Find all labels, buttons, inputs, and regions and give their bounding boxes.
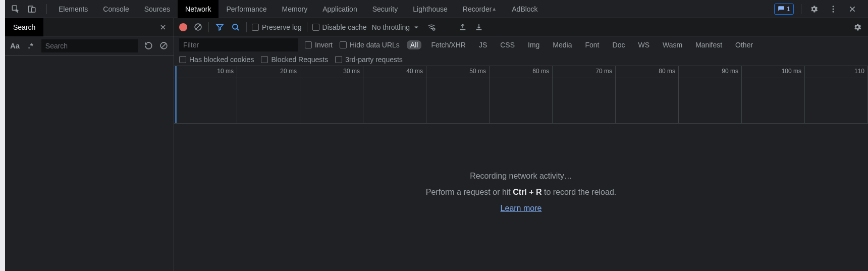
- timeline-tick: 10 ms: [174, 66, 237, 124]
- settings-gear-icon[interactable]: [808, 4, 820, 15]
- empty-line-2a: Perform a request or hit: [426, 188, 513, 196]
- search-bar: Aa .*: [5, 36, 174, 56]
- empty-line-2: Perform a request or hit Ctrl + R to rec…: [426, 188, 617, 197]
- hide-data-urls-label: Hide data URLs: [350, 41, 400, 49]
- timeline-tick: 50 ms: [426, 66, 490, 124]
- hide-data-urls-checkbox[interactable]: Hide data URLs: [340, 41, 400, 49]
- type-filter-wasm[interactable]: Wasm: [659, 40, 686, 49]
- timeline-tick: 40 ms: [363, 66, 426, 124]
- svg-point-8: [233, 24, 238, 29]
- preview-badge-icon: ▲: [492, 6, 497, 12]
- learn-more-link[interactable]: Learn more: [501, 204, 542, 213]
- tab-recorder[interactable]: Recorder ▲: [455, 0, 505, 18]
- preserve-log-checkbox[interactable]: Preserve log: [252, 23, 302, 31]
- tab-console[interactable]: Console: [95, 0, 136, 18]
- tab-performance[interactable]: Performance: [219, 0, 274, 18]
- type-filter-font[interactable]: Font: [582, 40, 603, 49]
- search-input[interactable]: [41, 39, 138, 52]
- throttling-select[interactable]: No throttling: [372, 23, 421, 32]
- tabs-host: ElementsConsoleSourcesNetworkPerformance…: [51, 0, 546, 18]
- network-toolbar: Preserve log Disable cache No throttling: [174, 18, 868, 36]
- divider: [46, 4, 47, 14]
- regex-icon[interactable]: .*: [26, 40, 35, 51]
- type-filter-fetch-xhr[interactable]: Fetch/XHR: [427, 40, 469, 49]
- chevron-down-icon: [412, 23, 421, 32]
- clear-log-icon[interactable]: [192, 22, 203, 33]
- type-filter-doc[interactable]: Doc: [609, 40, 629, 49]
- clear-icon[interactable]: [159, 40, 169, 51]
- type-filter-manifest[interactable]: Manifest: [692, 40, 726, 49]
- close-devtools-icon[interactable]: [847, 4, 858, 15]
- timeline-tick: 70 ms: [553, 66, 616, 124]
- filter-bar: Invert Hide data URLs AllFetch/XHRJSCSSI…: [174, 36, 868, 66]
- timeline-tick: 110: [805, 66, 868, 124]
- preserve-log-label: Preserve log: [262, 23, 302, 31]
- empty-line-1: Recording network activity…: [470, 172, 572, 181]
- invert-label: Invert: [315, 41, 333, 49]
- refresh-icon[interactable]: [144, 40, 153, 51]
- tab-lighthouse[interactable]: Lighthouse: [405, 0, 455, 18]
- disable-cache-checkbox[interactable]: Disable cache: [312, 23, 367, 31]
- blocked-requests-checkbox[interactable]: Blocked Requests: [261, 56, 328, 64]
- match-case-icon[interactable]: Aa: [10, 40, 20, 51]
- export-har-icon[interactable]: [473, 22, 484, 33]
- disable-cache-label: Disable cache: [322, 23, 367, 31]
- filter-input[interactable]: [179, 38, 298, 51]
- record-button[interactable]: [179, 23, 187, 31]
- type-filter-all[interactable]: All: [407, 40, 422, 49]
- svg-point-4: [833, 8, 834, 10]
- tab-adblock[interactable]: AdBlock: [504, 0, 545, 18]
- inspect-element-icon[interactable]: [10, 4, 21, 15]
- type-filter-media[interactable]: Media: [549, 40, 575, 49]
- blocked-requests-label: Blocked Requests: [271, 56, 328, 64]
- divider: [801, 4, 801, 14]
- search-icon[interactable]: [230, 22, 241, 33]
- svg-point-3: [833, 6, 834, 7]
- more-vert-icon[interactable]: [828, 4, 839, 15]
- invert-checkbox[interactable]: Invert: [305, 41, 333, 49]
- tab-sources[interactable]: Sources: [137, 0, 178, 18]
- third-party-requests-label: 3rd-party requests: [345, 56, 403, 64]
- empty-line-2c: to record the reload.: [544, 188, 616, 196]
- search-panel-header: Search: [5, 18, 174, 36]
- tab-memory[interactable]: Memory: [275, 0, 315, 18]
- type-filter-img[interactable]: Img: [524, 40, 543, 49]
- close-icon[interactable]: [157, 22, 169, 33]
- network-empty-state: Recording network activity… Perform a re…: [174, 124, 868, 271]
- tab-application[interactable]: Application: [315, 0, 365, 18]
- network-settings-gear-icon[interactable]: [852, 22, 863, 33]
- issues-badge[interactable]: 1: [774, 4, 794, 15]
- timeline-tick: 90 ms: [679, 66, 742, 124]
- search-panel-tab[interactable]: Search: [5, 18, 43, 36]
- svg-point-5: [833, 11, 834, 12]
- import-har-icon[interactable]: [457, 22, 468, 33]
- type-filter-js[interactable]: JS: [475, 40, 491, 49]
- timeline-tick: 100 ms: [742, 66, 805, 124]
- has-blocked-cookies-label: Has blocked cookies: [189, 56, 254, 64]
- network-panel: Preserve log Disable cache No throttling: [174, 18, 868, 271]
- tab-security[interactable]: Security: [365, 0, 406, 18]
- divider: [208, 22, 209, 32]
- svg-rect-11: [476, 29, 482, 30]
- search-panel: Search Aa .*: [5, 18, 174, 271]
- timeline-tick: 60 ms: [490, 66, 553, 124]
- type-filter-other[interactable]: Other: [732, 40, 756, 49]
- type-filter-group: AllFetch/XHRJSCSSImgMediaFontDocWSWasmMa…: [407, 40, 756, 49]
- svg-rect-10: [460, 29, 466, 30]
- type-filter-css[interactable]: CSS: [497, 40, 518, 49]
- has-blocked-cookies-checkbox[interactable]: Has blocked cookies: [179, 56, 254, 64]
- type-filter-ws[interactable]: WS: [634, 40, 653, 49]
- timeline-overview[interactable]: 10 ms20 ms30 ms40 ms50 ms60 ms70 ms80 ms…: [174, 66, 868, 124]
- search-panel-title: Search: [13, 23, 35, 31]
- third-party-requests-checkbox[interactable]: 3rd-party requests: [335, 56, 403, 64]
- timeline-tick: 30 ms: [300, 66, 363, 124]
- timeline-ruler: 10 ms20 ms30 ms40 ms50 ms60 ms70 ms80 ms…: [174, 66, 868, 78]
- filter-icon[interactable]: [214, 22, 225, 33]
- device-toolbar-icon[interactable]: [26, 4, 37, 15]
- tab-elements[interactable]: Elements: [51, 0, 95, 18]
- network-conditions-icon[interactable]: [426, 22, 437, 33]
- throttling-value: No throttling: [372, 23, 410, 31]
- page-left-gutter: [0, 0, 5, 271]
- tab-network[interactable]: Network: [178, 0, 219, 18]
- timeline-tick: 80 ms: [616, 66, 679, 124]
